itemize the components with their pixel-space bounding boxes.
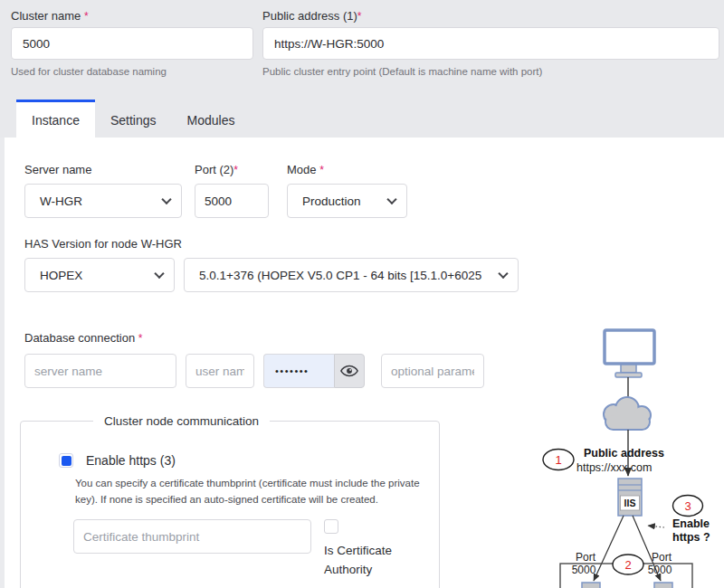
- database-connection-label: Database connection *: [24, 329, 531, 347]
- public-address-title: Public address: [584, 447, 664, 460]
- mode-group: Mode * Production: [287, 161, 407, 218]
- public-address-url: https://xxx.com: [576, 461, 652, 474]
- step-2-number: 2: [624, 558, 631, 572]
- port-input[interactable]: [195, 184, 269, 218]
- mode-label-text: Mode: [287, 163, 319, 176]
- header-section: Cluster name * Used for cluster database…: [0, 0, 724, 138]
- left-gutter: [0, 138, 5, 588]
- public-address-label: Public address (1)*: [262, 7, 719, 25]
- db-user-name-input[interactable]: [186, 354, 254, 388]
- step-3-number: 3: [684, 499, 691, 513]
- checkbox-checked-mark: [62, 456, 71, 466]
- left-port-label: Port: [576, 551, 596, 564]
- cloud-icon: [604, 397, 651, 430]
- db-password-group: [263, 354, 365, 388]
- chevron-down-icon: [498, 269, 508, 279]
- has-version-label: HAS Version for node W-HGR: [24, 235, 531, 253]
- certificate-row: Is Certificate Authority: [59, 519, 439, 579]
- public-address-input[interactable]: [262, 27, 719, 60]
- server-name-select[interactable]: W-HGR: [24, 184, 182, 218]
- public-address-label-text: Public address (1): [262, 9, 357, 23]
- db-password-input[interactable]: [263, 354, 334, 388]
- has-component-select[interactable]: HOPEX: [24, 258, 175, 292]
- enable-https-annotation-line2: https ?: [672, 531, 710, 544]
- chevron-down-icon: [386, 194, 396, 204]
- right-node-server-icon: [654, 583, 672, 588]
- monitor-icon: [605, 330, 654, 377]
- certificate-thumbprint-input[interactable]: [73, 519, 311, 554]
- certificate-description: You can specify a certificate thumbprint…: [75, 475, 439, 507]
- has-version-select[interactable]: 5.0.1+376 (HOPEX V5.0 CP1 - 64 bits [15.…: [184, 258, 519, 292]
- tab-modules[interactable]: Modules: [172, 100, 251, 138]
- tab-settings[interactable]: Settings: [95, 100, 172, 138]
- database-connection-label-text: Database connection: [24, 331, 138, 345]
- required-asterisk: *: [319, 164, 324, 176]
- server-port-mode-row: Server name W-HGR Port (2)* Mode * Produ…: [24, 161, 531, 218]
- cluster-name-field: Cluster name * Used for cluster database…: [11, 7, 253, 77]
- architecture-diagram: 1 Public address https://xxx.com IIS 3 E…: [534, 318, 724, 588]
- left-port-value: 5000: [572, 564, 596, 576]
- right-port-label: Port: [652, 551, 672, 564]
- cluster-node-communication-fieldset: Cluster node communication Enable https …: [20, 414, 440, 588]
- is-ca-group: Is Certificate Authority: [324, 519, 405, 579]
- cluster-node-communication-legend: Cluster node communication: [93, 414, 270, 428]
- cluster-name-input[interactable]: [11, 27, 253, 60]
- left-node-server-icon: [582, 583, 600, 588]
- cluster-configuration-page: Cluster name * Used for cluster database…: [0, 0, 724, 588]
- server-name-label: Server name: [24, 161, 182, 179]
- mode-value: Production: [302, 194, 361, 208]
- mode-label: Mode *: [287, 161, 407, 179]
- has-version-row: HOPEX 5.0.1+376 (HOPEX V5.0 CP1 - 64 bit…: [24, 258, 531, 292]
- server-name-value: W-HGR: [40, 194, 82, 208]
- cluster-name-label-text: Cluster name: [11, 9, 84, 23]
- step-1-number: 1: [555, 453, 561, 467]
- has-version-value: 5.0.1+376 (HOPEX V5.0 CP1 - 64 bits [15.…: [199, 269, 481, 282]
- required-asterisk: *: [233, 164, 238, 176]
- chevron-down-icon: [154, 269, 164, 279]
- db-server-name-input[interactable]: [24, 354, 176, 388]
- port-group: Port (2)*: [195, 161, 269, 218]
- mode-select[interactable]: Production: [287, 184, 407, 218]
- is-certificate-authority-checkbox[interactable]: [324, 519, 338, 534]
- tab-bar: Instance Settings Modules: [16, 100, 250, 138]
- chevron-down-icon: [161, 194, 171, 204]
- public-address-helper: Public cluster entry point (Default is m…: [262, 66, 719, 77]
- tab-instance[interactable]: Instance: [16, 100, 95, 138]
- enable-https-checkbox[interactable]: [59, 453, 73, 468]
- iis-label: IIS: [624, 498, 636, 508]
- required-asterisk: *: [357, 10, 362, 23]
- is-certificate-authority-label: Is Certificate Authority: [324, 541, 405, 579]
- iis-server-icon: IIS: [618, 479, 642, 516]
- cluster-name-label: Cluster name *: [11, 7, 253, 25]
- toggle-password-visibility-button[interactable]: [334, 354, 365, 388]
- eye-icon: [340, 365, 358, 377]
- port-label-text: Port (2): [195, 163, 233, 176]
- cluster-name-helper: Used for cluster database naming: [11, 66, 253, 77]
- database-connection-row: [24, 354, 531, 388]
- required-asterisk: *: [138, 332, 143, 345]
- has-component-value: HOPEX: [40, 269, 82, 282]
- db-optional-params-input[interactable]: [381, 354, 484, 388]
- enable-https-pointer-arrow: [648, 526, 664, 527]
- instance-tab-panel: Server name W-HGR Port (2)* Mode * Produ…: [0, 138, 724, 588]
- enable-https-label: Enable https (3): [86, 453, 176, 468]
- required-asterisk: *: [84, 10, 89, 23]
- right-port-value: 5000: [648, 564, 672, 576]
- port-label: Port (2)*: [195, 161, 269, 179]
- server-name-group: Server name W-HGR: [24, 161, 182, 218]
- public-address-field: Public address (1)* Public cluster entry…: [262, 7, 719, 77]
- enable-https-annotation-line1: Enable: [672, 517, 710, 530]
- instance-form: Server name W-HGR Port (2)* Mode * Produ…: [24, 138, 531, 388]
- enable-https-row: Enable https (3): [59, 453, 439, 468]
